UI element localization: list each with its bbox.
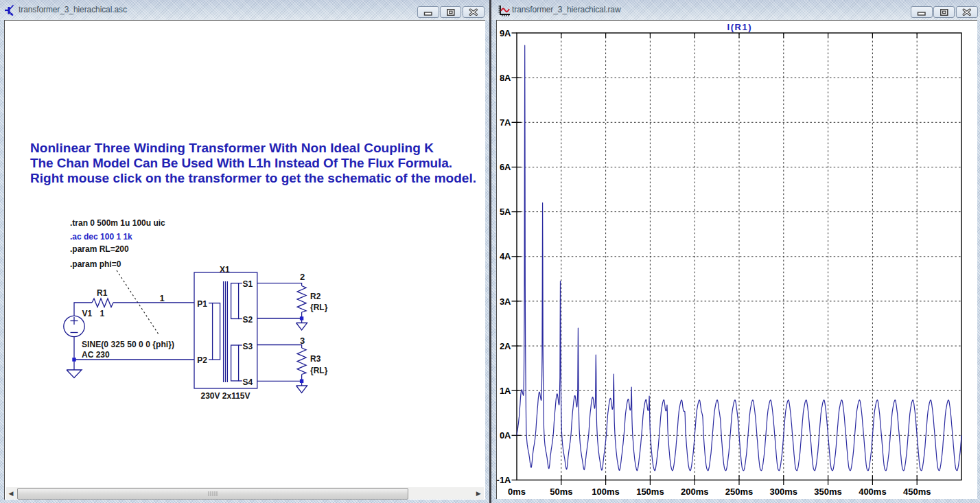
svg-text:6A: 6A (500, 162, 511, 172)
svg-text:50ms: 50ms (550, 487, 572, 497)
svg-text:S1: S1 (243, 279, 253, 289)
svg-text:R1: R1 (97, 288, 108, 298)
svg-text:1A: 1A (500, 386, 511, 396)
svg-text:7A: 7A (500, 117, 511, 128)
svg-text:S4: S4 (243, 377, 253, 387)
svg-text:400ms: 400ms (859, 487, 886, 497)
svg-text:150ms: 150ms (636, 487, 664, 497)
svg-text:I(R1): I(R1) (727, 22, 751, 32)
svg-text:450ms: 450ms (903, 487, 931, 497)
svg-text:2A: 2A (500, 341, 511, 351)
svg-text:Nonlinear Three Winding Transf: Nonlinear Three Winding Transformer With… (30, 141, 434, 155)
svg-text:0ms: 0ms (508, 487, 526, 497)
svg-text:200ms: 200ms (681, 487, 708, 497)
svg-text:3A: 3A (500, 296, 511, 307)
svg-text:5A: 5A (500, 207, 511, 217)
svg-text:9A: 9A (500, 28, 511, 38)
svg-text:P2: P2 (197, 355, 207, 365)
svg-text:S3: S3 (243, 342, 253, 351)
svg-text:100ms: 100ms (592, 487, 619, 497)
svg-text:{RL}: {RL} (310, 366, 328, 375)
svg-text:300ms: 300ms (770, 487, 797, 497)
svg-text:.param phi=0: .param phi=0 (70, 259, 121, 269)
svg-text:R2: R2 (310, 292, 321, 301)
svg-text:.tran 0 500m 1u 100u uic: .tran 0 500m 1u 100u uic (70, 218, 165, 228)
svg-text:.ac dec 100 1 1k: .ac dec 100 1 1k (70, 232, 132, 242)
svg-text:8A: 8A (500, 73, 511, 83)
svg-text:0A: 0A (500, 430, 511, 441)
svg-text:{RL}: {RL} (310, 303, 328, 312)
svg-text:4A: 4A (500, 251, 511, 261)
svg-text:350ms: 350ms (814, 487, 841, 497)
svg-text:250ms: 250ms (725, 487, 753, 497)
svg-text:P1: P1 (197, 299, 207, 309)
svg-text:1: 1 (100, 309, 105, 318)
svg-text:2: 2 (300, 272, 305, 282)
svg-text:SINE(0 325 50 0 0 {phi}): SINE(0 325 50 0 0 {phi}) (82, 340, 174, 349)
svg-text:Right mouse click on the trans: Right mouse click on the transformer to … (30, 171, 476, 185)
svg-text:1: 1 (160, 293, 165, 303)
svg-text:X1: X1 (220, 265, 230, 274)
svg-text:V1: V1 (82, 309, 93, 318)
svg-text:R3: R3 (310, 354, 321, 364)
svg-text:230V 2x115V: 230V 2x115V (201, 391, 250, 401)
svg-text:-1A: -1A (497, 475, 512, 485)
svg-text:The Chan Model Can Be Used Wit: The Chan Model Can Be Used With L1h Inst… (30, 156, 452, 170)
svg-text:.param RL=200: .param RL=200 (70, 244, 129, 254)
svg-text:AC 230: AC 230 (82, 350, 110, 360)
svg-text:3: 3 (300, 336, 305, 346)
svg-text:S2: S2 (243, 315, 253, 325)
